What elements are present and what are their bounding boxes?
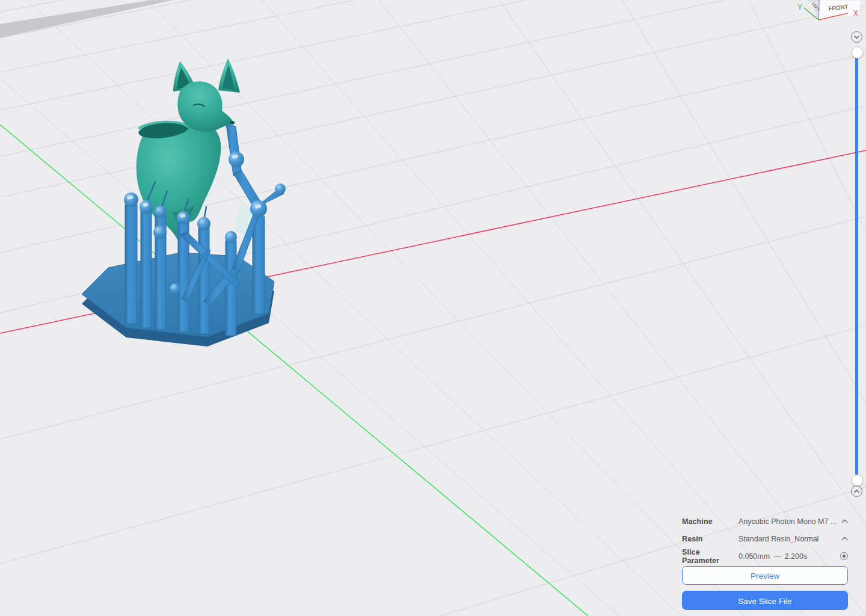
- preview-button[interactable]: Preview: [682, 566, 848, 585]
- slider-collapse-bottom-button[interactable]: [851, 485, 862, 497]
- chevron-up-icon: [841, 519, 848, 523]
- resin-row[interactable]: Resin Standard Resin_Normal: [682, 530, 848, 547]
- slice-range-handle-bottom[interactable]: [852, 475, 863, 486]
- slice-parameter-row[interactable]: Slice Parameter 0.050mm—2.200s: [682, 547, 848, 565]
- slice-parameter-value[interactable]: 0.050mm—2.200s: [739, 552, 837, 561]
- chevron-up-icon: [841, 537, 848, 541]
- gizmo-x-label[interactable]: X: [853, 9, 858, 17]
- resin-collapse-button[interactable]: [837, 537, 848, 541]
- slider-collapse-top-button[interactable]: [851, 31, 862, 43]
- resin-label: Resin: [682, 535, 739, 543]
- machine-row[interactable]: Machine Anycubic Photon Mono M7 ...: [682, 513, 848, 530]
- machine-label: Machine: [682, 517, 739, 526]
- slice-range-handle-top[interactable]: [852, 47, 863, 58]
- slice-parameter-edit-button[interactable]: [837, 552, 848, 560]
- save-slice-file-button[interactable]: Save Slice File: [682, 591, 848, 610]
- slicer-app-window: FRONT LEFT Y X Machine Anycubic Photon M…: [0, 0, 866, 616]
- value-separator: —: [770, 552, 785, 561]
- slice-range-track[interactable]: [855, 54, 858, 475]
- radio-dot-icon: [840, 552, 848, 560]
- exposure-time-value: 2.200s: [785, 552, 808, 561]
- chevron-down-icon: [854, 35, 859, 39]
- slice-settings-panel: Machine Anycubic Photon Mono M7 ... Resi…: [682, 513, 848, 610]
- gizmo-y-label[interactable]: Y: [797, 3, 802, 11]
- machine-value[interactable]: Anycubic Photon Mono M7 ...: [739, 517, 837, 526]
- support-joint-chest: [229, 152, 244, 167]
- machine-collapse-button[interactable]: [837, 519, 848, 523]
- slice-parameter-label: Slice Parameter: [682, 548, 739, 565]
- resin-value[interactable]: Standard Resin_Normal: [739, 535, 837, 543]
- layer-height-value: 0.050mm: [739, 552, 770, 561]
- chevron-up-icon: [854, 490, 859, 493]
- fox-nose: [230, 121, 235, 125]
